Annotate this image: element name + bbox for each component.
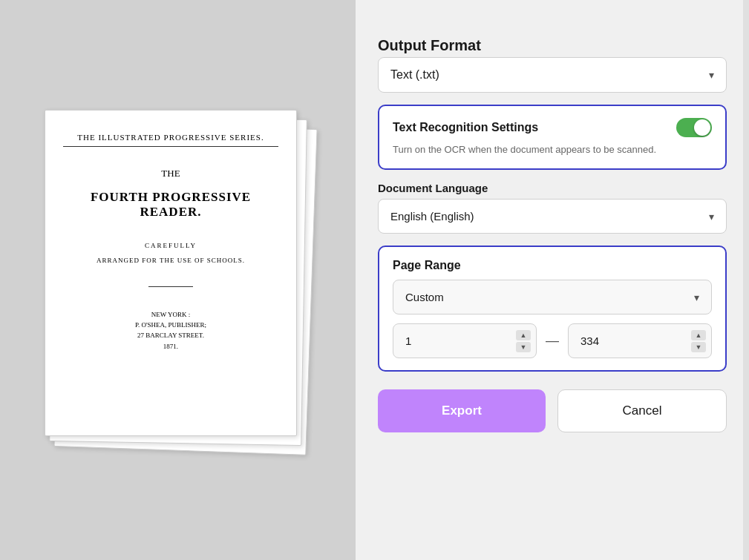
output-format-label: Output Format [378,37,727,54]
text-recognition-toggle[interactable] [676,118,712,137]
page-range-box: Page Range Custom ▾ ▲ ▼ — ▲ [378,246,727,372]
output-format-chevron-icon: ▾ [709,69,714,81]
range-inputs: ▲ ▼ — ▲ ▼ [393,323,712,358]
page-range-chevron-icon: ▾ [694,291,699,303]
page-the: THE [161,168,180,179]
document-language-select[interactable]: English (English) ▾ [378,199,727,234]
text-recognition-header: Text Recognition Settings [393,118,712,137]
range-start-wrapper: ▲ ▼ [393,323,537,358]
range-end-input[interactable] [568,323,712,358]
range-start-spinners: ▲ ▼ [516,330,531,352]
right-edge-decoration [743,0,749,560]
page-range-mode-dropdown[interactable]: Custom ▾ [393,280,712,314]
text-recognition-description: Turn on the OCR when the document appear… [393,143,712,157]
range-start-up-button[interactable]: ▲ [516,330,531,340]
document-language-section: Document Language English (English) ▾ [378,182,727,234]
page-range-title: Page Range [393,259,712,272]
page-publisher: NEW YORK : P. O'SHEA, PUBLISHER; 27 BARC… [135,309,206,352]
range-end-spinners: ▲ ▼ [691,330,706,352]
document-language-chevron-icon: ▾ [709,211,714,223]
dialog-backdrop: THE ILLUSTRATED PROGRESSIVE SERIES. THE … [0,0,749,560]
page-divider [148,286,193,287]
output-format-section: Output Format Text (.txt) ▾ [378,37,727,93]
range-start-down-button[interactable]: ▼ [516,342,531,352]
page-range-mode-value: Custom [405,291,444,303]
text-recognition-title: Text Recognition Settings [393,121,538,134]
page-card-front: THE ILLUSTRATED PROGRESSIVE SERIES. THE … [45,110,297,436]
range-start-input[interactable] [393,323,537,358]
page-content: THE ILLUSTRATED PROGRESSIVE SERIES. THE … [45,111,296,375]
page-title: FOURTH PROGRESSIVE READER. [63,190,278,220]
cancel-button[interactable]: Cancel [557,389,727,432]
range-dash: — [546,333,559,349]
range-end-wrapper: ▲ ▼ [568,323,712,358]
document-language-value: English (English) [390,210,474,223]
document-preview: THE ILLUSTRATED PROGRESSIVE SERIES. THE … [30,95,341,466]
output-format-dropdown[interactable]: Text (.txt) ▾ [378,57,727,93]
output-format-value: Text (.txt) [390,68,439,82]
page-series: THE ILLUSTRATED PROGRESSIVE SERIES. [63,133,278,147]
page-carefully: CAREFULLY [145,242,197,249]
document-language-dropdown-wrapper: English (English) ▾ [378,199,727,234]
toggle-knob [694,119,710,136]
dialog-panel: Output Format Text (.txt) ▾ Text Recogni… [356,0,749,560]
range-end-up-button[interactable]: ▲ [691,330,706,340]
page-arranged: ARRANGED FOR THE USE OF SCHOOLS. [97,257,245,264]
action-buttons: Export Cancel [378,389,727,432]
document-language-label: Document Language [378,182,727,194]
text-recognition-box: Text Recognition Settings Turn on the OC… [378,105,727,170]
output-format-dropdown-wrapper: Text (.txt) ▾ [378,57,727,93]
page-stack: THE ILLUSTRATED PROGRESSIVE SERIES. THE … [45,110,327,451]
range-end-down-button[interactable]: ▼ [691,342,706,352]
export-button[interactable]: Export [378,389,546,432]
